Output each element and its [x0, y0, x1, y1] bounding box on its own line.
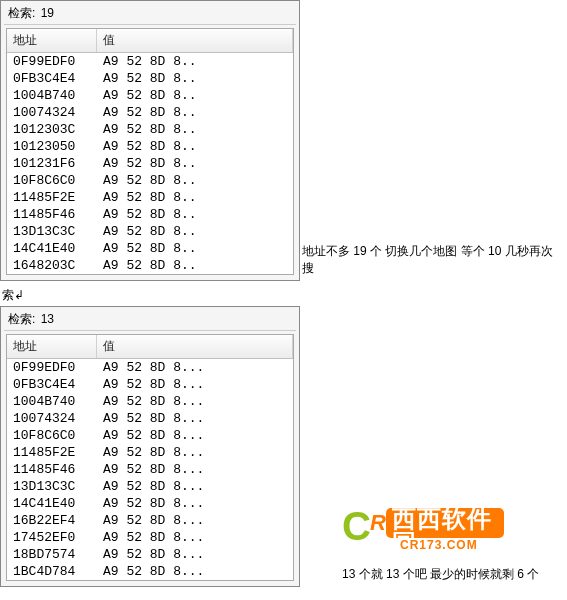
table-row[interactable]: 11485F46A9 52 8D 8..	[7, 206, 293, 223]
logo-letter-r: R	[370, 512, 386, 534]
cell-value: A9 52 8D 8...	[97, 461, 293, 478]
table-row[interactable]: 18BD7574A9 52 8D 8...	[7, 546, 293, 563]
table-row[interactable]: 16B22EF4A9 52 8D 8...	[7, 512, 293, 529]
search-count: 13	[41, 312, 54, 326]
column-header-address[interactable]: 地址	[7, 335, 97, 358]
table-row[interactable]: 0F99EDF0A9 52 8D 8...	[7, 359, 293, 376]
cell-value: A9 52 8D 8...	[97, 495, 293, 512]
search-status-line: 检索: 19	[4, 5, 296, 25]
table-row[interactable]: 14C41E40A9 52 8D 8..	[7, 240, 293, 257]
table-header: 地址 值	[7, 335, 293, 359]
cell-address: 1004B740	[7, 87, 97, 104]
table-row[interactable]: 0FB3C4E4A9 52 8D 8...	[7, 376, 293, 393]
results-table-1: 地址 值 0F99EDF0A9 52 8D 8..0FB3C4E4A9 52 8…	[6, 28, 294, 275]
search-label: 检索:	[8, 6, 35, 20]
cell-address: 0FB3C4E4	[7, 376, 97, 393]
cell-value: A9 52 8D 8..	[97, 121, 293, 138]
table-row[interactable]: 11485F46A9 52 8D 8...	[7, 461, 293, 478]
table-row[interactable]: 1012303CA9 52 8D 8..	[7, 121, 293, 138]
column-header-value[interactable]: 值	[97, 335, 293, 358]
cell-value: A9 52 8D 8..	[97, 206, 293, 223]
cell-value: A9 52 8D 8...	[97, 529, 293, 546]
table-header: 地址 值	[7, 29, 293, 53]
table-row[interactable]: 101231F6A9 52 8D 8..	[7, 155, 293, 172]
cell-address: 13D13C3C	[7, 223, 97, 240]
table-row[interactable]: 0F99EDF0A9 52 8D 8..	[7, 53, 293, 70]
cell-address: 11485F2E	[7, 189, 97, 206]
table-row[interactable]: 11485F2EA9 52 8D 8..	[7, 189, 293, 206]
cell-value: A9 52 8D 8..	[97, 70, 293, 87]
logo-letter-c: C	[342, 506, 371, 546]
table-row[interactable]: 17452EF0A9 52 8D 8...	[7, 529, 293, 546]
search-panel-2: 检索: 13 地址 值 0F99EDF0A9 52 8D 8...0FB3C4E…	[0, 306, 300, 587]
table-row[interactable]: 1648203CA9 52 8D 8..	[7, 257, 293, 274]
cell-value: A9 52 8D 8...	[97, 393, 293, 410]
cell-address: 1BC4D784	[7, 563, 97, 580]
cell-value: A9 52 8D 8...	[97, 427, 293, 444]
cell-value: A9 52 8D 8...	[97, 444, 293, 461]
cell-address: 10F8C6C0	[7, 427, 97, 444]
cell-address: 101231F6	[7, 155, 97, 172]
search-panel-1: 检索: 19 地址 值 0F99EDF0A9 52 8D 8..0FB3C4E4…	[0, 0, 300, 281]
table-row[interactable]: 13D13C3CA9 52 8D 8...	[7, 478, 293, 495]
cell-address: 14C41E40	[7, 240, 97, 257]
column-header-value[interactable]: 值	[97, 29, 293, 52]
cell-address: 0F99EDF0	[7, 53, 97, 70]
annotation-text-2: 13 个就 13 个吧 最少的时候就剩 6 个	[342, 566, 539, 583]
cell-address: 17452EF0	[7, 529, 97, 546]
cell-address: 10F8C6C0	[7, 172, 97, 189]
wrapped-text: 索	[2, 288, 14, 302]
cell-value: A9 52 8D 8..	[97, 257, 293, 274]
table-row[interactable]: 11485F2EA9 52 8D 8...	[7, 444, 293, 461]
site-logo: C R 西西软件园 CR173.COM	[340, 508, 510, 554]
cell-address: 10074324	[7, 410, 97, 427]
table-row[interactable]: 0FB3C4E4A9 52 8D 8..	[7, 70, 293, 87]
cell-address: 11485F46	[7, 206, 97, 223]
cell-address: 1012303C	[7, 121, 97, 138]
cell-address: 1648203C	[7, 257, 97, 274]
table-row[interactable]: 10123050A9 52 8D 8..	[7, 138, 293, 155]
cell-value: A9 52 8D 8...	[97, 512, 293, 529]
cell-address: 10123050	[7, 138, 97, 155]
cell-value: A9 52 8D 8..	[97, 87, 293, 104]
linebreak-icon: ↲	[14, 288, 24, 302]
table-row[interactable]: 13D13C3CA9 52 8D 8..	[7, 223, 293, 240]
cell-value: A9 52 8D 8...	[97, 410, 293, 427]
table-row[interactable]: 10F8C6C0A9 52 8D 8..	[7, 172, 293, 189]
cell-address: 11485F46	[7, 461, 97, 478]
cell-value: A9 52 8D 8..	[97, 155, 293, 172]
table-row[interactable]: 10074324A9 52 8D 8..	[7, 104, 293, 121]
search-count: 19	[41, 6, 54, 20]
cell-address: 11485F2E	[7, 444, 97, 461]
wrapped-text-line: 索↲	[0, 281, 567, 306]
cell-value: A9 52 8D 8...	[97, 376, 293, 393]
cell-address: 0FB3C4E4	[7, 70, 97, 87]
cell-address: 10074324	[7, 104, 97, 121]
table-row[interactable]: 1BC4D784A9 52 8D 8...	[7, 563, 293, 580]
cell-address: 13D13C3C	[7, 478, 97, 495]
cell-address: 0F99EDF0	[7, 359, 97, 376]
cell-address: 14C41E40	[7, 495, 97, 512]
table-row[interactable]: 10F8C6C0A9 52 8D 8...	[7, 427, 293, 444]
column-header-address[interactable]: 地址	[7, 29, 97, 52]
cell-address: 18BD7574	[7, 546, 97, 563]
cell-value: A9 52 8D 8..	[97, 189, 293, 206]
cell-value: A9 52 8D 8..	[97, 138, 293, 155]
table-row[interactable]: 1004B740A9 52 8D 8...	[7, 393, 293, 410]
cell-address: 16B22EF4	[7, 512, 97, 529]
cell-value: A9 52 8D 8..	[97, 240, 293, 257]
table-row[interactable]: 14C41E40A9 52 8D 8...	[7, 495, 293, 512]
cell-value: A9 52 8D 8..	[97, 104, 293, 121]
search-label: 检索:	[8, 312, 35, 326]
table-row[interactable]: 10074324A9 52 8D 8...	[7, 410, 293, 427]
cell-value: A9 52 8D 8...	[97, 359, 293, 376]
annotation-text-1: 地址不多 19 个 切换几个地图 等个 10 几秒再次搜	[302, 243, 562, 277]
table-row[interactable]: 1004B740A9 52 8D 8..	[7, 87, 293, 104]
cell-value: A9 52 8D 8...	[97, 478, 293, 495]
cell-value: A9 52 8D 8...	[97, 563, 293, 580]
cell-value: A9 52 8D 8..	[97, 172, 293, 189]
cell-value: A9 52 8D 8...	[97, 546, 293, 563]
results-table-2: 地址 值 0F99EDF0A9 52 8D 8...0FB3C4E4A9 52 …	[6, 334, 294, 581]
search-status-line: 检索: 13	[4, 311, 296, 331]
cell-value: A9 52 8D 8..	[97, 223, 293, 240]
